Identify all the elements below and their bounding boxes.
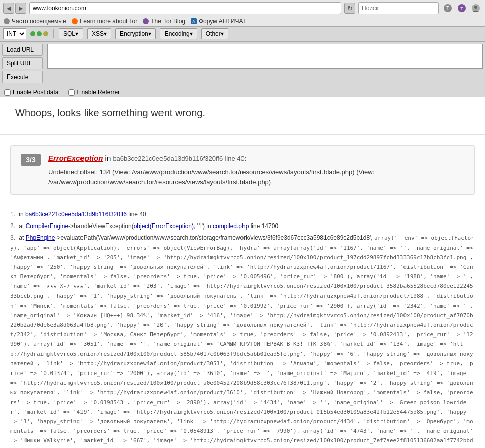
url-input-area <box>45 42 485 87</box>
error-counter: 3/3 ErrorException in ba6b3ce221c0ee5da1… <box>21 154 464 187</box>
error-description: Undefined offset: 134 (View: /var/www/pr… <box>48 167 464 187</box>
browser-icons: T T <box>442 2 482 14</box>
stack-trace: 1. in ba6b3ce221c0ee5da13d9b116f320ff6 l… <box>0 205 485 448</box>
svg-point-6 <box>4 18 10 24</box>
encoding-button[interactable]: Encoding▾ <box>160 28 197 39</box>
error-title: ErrorException in ba6b3ce221c0ee5da13d9b… <box>48 154 464 162</box>
stack-text-3: at PhpEngine->evaluatePath('/var/www/pro… <box>10 234 474 448</box>
stack-code-3: array('__env' => object(Factory), 'app' … <box>10 235 474 448</box>
error-hash: ba6b3ce221c0ee5da13d9b116f320ff6 <box>113 155 223 162</box>
bookmark-antichat-label: Форум АНТИЧАТ <box>199 18 247 25</box>
load-url-button[interactable]: Load URL <box>2 44 43 56</box>
side-tools: Load URL Split URL Execute <box>0 42 45 87</box>
stack-num-3: 3. <box>10 234 15 241</box>
execute-button[interactable]: Execute <box>2 71 43 83</box>
toolbar-separator <box>53 29 54 38</box>
error-in-text: in <box>105 154 113 162</box>
browser-chrome: ◀ ▶ ↻ T T Часто посещаемые Learn more ab… <box>0 0 485 42</box>
whoops-message: Whoops, looks like something went wrong. <box>15 107 470 119</box>
stack-link-2a[interactable]: CompilerEngine <box>26 222 68 230</box>
stack-link-2b[interactable]: object(ErrorException) <box>134 222 194 230</box>
svg-text:A: A <box>192 19 195 24</box>
stack-item-1: 1. in ba6b3ce221c0ee5da13d9b116f320ff6 l… <box>10 210 475 219</box>
stack-text-1: in ba6b3ce221c0ee5da13d9b116f320ff6 line… <box>19 211 146 218</box>
svg-text:T: T <box>446 6 449 11</box>
address-bar[interactable] <box>29 2 341 14</box>
error-box: 3/3 ErrorException in ba6b3ce221c0ee5da1… <box>10 145 475 195</box>
stack-item-2: 2. at CompilerEngine->handleViewExceptio… <box>10 221 475 231</box>
bookmark-tor-learn-label: Learn more about Tor <box>80 18 138 25</box>
sql-button[interactable]: SQL▾ <box>59 28 83 39</box>
svg-point-5 <box>474 6 477 9</box>
bookmark-antichat[interactable]: A Форум АНТИЧАТ <box>190 18 247 25</box>
forward-button[interactable]: ▶ <box>15 3 26 14</box>
enable-post-checkbox[interactable] <box>4 89 11 96</box>
search-input[interactable] <box>358 2 439 14</box>
svg-text:T: T <box>460 6 463 11</box>
page-content: Whoops, looks like something went wrong.… <box>0 97 485 448</box>
stack-link-3[interactable]: PhpEngine <box>26 234 55 241</box>
encryption-button[interactable]: Encryption▾ <box>115 28 156 39</box>
dot-1 <box>30 31 35 36</box>
tor-icon-1[interactable]: T <box>442 2 454 14</box>
enable-referrer-label[interactable]: Enable Referrer <box>68 89 120 96</box>
profile-icon[interactable] <box>470 2 482 14</box>
xss-button[interactable]: XSS▾ <box>87 28 111 39</box>
enable-referrer-text: Enable Referrer <box>77 89 120 96</box>
bookmark-tor-blog[interactable]: The Tor Blog <box>142 18 185 25</box>
tool-area: Load URL Split URL Execute <box>0 42 485 87</box>
dot-2 <box>37 31 42 36</box>
bookmarks-bar: Часто посещаемые Learn more about Tor Th… <box>0 16 485 27</box>
bookmark-tor-blog-label: The Tor Blog <box>151 18 185 25</box>
options-bar: Enable Post data Enable Referrer <box>0 87 485 97</box>
int-dropdown[interactable]: INT <box>3 28 26 39</box>
error-line: line 40: <box>225 155 246 162</box>
bookmark-frequent-label: Часто посещаемые <box>12 18 66 25</box>
refresh-button[interactable]: ↻ <box>344 3 355 14</box>
bookmark-tor-learn[interactable]: Learn more about Tor <box>71 18 138 25</box>
error-class-link[interactable]: ErrorException <box>48 154 103 162</box>
other-button[interactable]: Other▾ <box>201 28 228 39</box>
bookmark-frequent[interactable]: Часто посещаемые <box>3 18 66 25</box>
enable-post-text: Enable Post data <box>13 89 58 96</box>
stack-text-2: at CompilerEngine->handleViewException(o… <box>19 222 278 230</box>
stack-link-1[interactable]: ba6b3ce221c0ee5da13d9b116f320ff6 <box>25 211 127 218</box>
enable-referrer-checkbox[interactable] <box>68 89 75 96</box>
split-url-button[interactable]: Split URL <box>2 57 43 69</box>
back-button[interactable]: ◀ <box>3 3 14 14</box>
error-info: ErrorException in ba6b3ce221c0ee5da13d9b… <box>48 154 464 187</box>
stack-num-1: 1. <box>10 211 15 218</box>
svg-point-8 <box>143 18 149 24</box>
svg-point-7 <box>72 18 78 24</box>
status-dots <box>30 31 48 36</box>
security-toolbar: INT SQL▾ XSS▾ Encryption▾ Encoding▾ Othe… <box>0 27 485 41</box>
error-badge: 3/3 <box>21 154 41 166</box>
url-textarea[interactable] <box>47 44 483 69</box>
title-bar: ◀ ▶ ↻ T T <box>0 0 485 16</box>
nav-buttons: ◀ ▶ <box>3 3 26 14</box>
enable-post-label[interactable]: Enable Post data <box>4 89 58 96</box>
error-header: Whoops, looks like something went wrong. <box>0 97 485 135</box>
tor-icon-2[interactable]: T <box>456 2 468 14</box>
stack-item-3: 3. at PhpEngine->evaluatePath('/var/www/… <box>10 233 475 448</box>
stack-link-2c[interactable]: compiled.php <box>213 222 249 230</box>
dot-3 <box>43 31 48 36</box>
stack-num-2: 2. <box>10 222 15 230</box>
